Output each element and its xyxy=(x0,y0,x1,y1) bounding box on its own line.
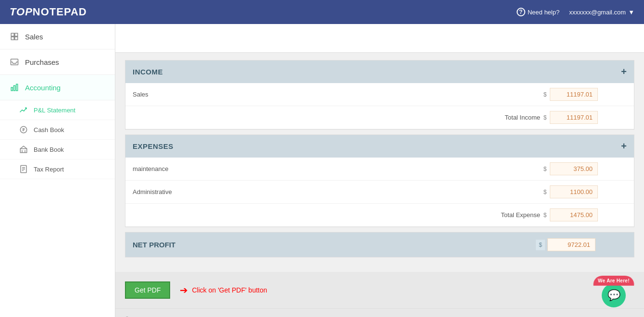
expenses-maintenance-label: maintenance xyxy=(133,165,540,172)
expenses-admin-label: Administrative xyxy=(133,188,540,195)
svg-rect-5 xyxy=(11,87,12,91)
expenses-admin-value: 1100.00 xyxy=(550,185,598,198)
sidebar-item-bank-book[interactable]: Bank Book xyxy=(0,140,115,159)
sidebar-label-bank-book: Bank Book xyxy=(34,146,64,153)
user-email: xxxxxxx@gmail.com xyxy=(569,9,626,16)
sidebar-label-cash-book: Cash Book xyxy=(34,126,64,134)
total-income-row: Total Income $ 11197.01 xyxy=(125,106,634,129)
sidebar-label-purchases: Purchases xyxy=(25,58,59,66)
chart-bar-icon xyxy=(10,83,19,92)
get-pdf-button[interactable]: Get PDF xyxy=(125,281,170,299)
chat-circle-button[interactable]: 💬 xyxy=(602,283,626,307)
help-icon: ? xyxy=(517,8,525,16)
chevron-down-icon: ▼ xyxy=(628,9,634,16)
income-header: INCOME + xyxy=(125,61,634,83)
income-sales-currency: $ xyxy=(540,91,550,98)
sidebar-item-tax-report[interactable]: Tax Report xyxy=(0,159,115,179)
expenses-card: EXPENSES + maintenance $ 375.00 Administ… xyxy=(125,134,634,227)
expenses-header: EXPENSES + xyxy=(125,135,634,158)
header-right: ? Need help? xxxxxxx@gmail.com ▼ xyxy=(517,8,634,16)
svg-rect-0 xyxy=(11,33,14,36)
need-help-label: Need help? xyxy=(528,9,560,16)
sidebar: Sales Purchases Accounting xyxy=(0,24,115,317)
income-sales-row: Sales $ 11197.01 xyxy=(125,83,634,106)
svg-rect-9 xyxy=(20,149,27,153)
expenses-add-button[interactable]: + xyxy=(621,141,627,152)
expenses-maintenance-row: maintenance $ 375.00 xyxy=(125,158,634,181)
income-sales-value: 11197.01 xyxy=(550,88,598,101)
chat-bubble[interactable]: We Are Here! 💬 xyxy=(593,276,634,307)
layout: Sales Purchases Accounting xyxy=(0,24,644,317)
chat-message-icon: 💬 xyxy=(607,289,620,302)
top-bar xyxy=(115,24,644,53)
net-profit-currency: $ xyxy=(536,240,545,250)
header: TopNotepad ? Need help? xxxxxxx@gmail.co… xyxy=(0,0,644,24)
sidebar-item-purchases[interactable]: Purchases xyxy=(0,49,115,75)
expenses-admin-row: Administrative $ 1100.00 xyxy=(125,181,634,204)
total-expense-value: 1475.00 xyxy=(550,208,598,221)
pdf-hint: ➔ Click on 'Get PDF' button xyxy=(180,284,267,296)
total-expense-row: Total Expense $ 1475.00 xyxy=(125,204,634,227)
svg-rect-7 xyxy=(16,84,18,91)
expenses-admin-currency: $ xyxy=(540,189,550,195)
net-profit-value-area: $ 9722.01 xyxy=(536,238,627,251)
income-card: INCOME + Sales $ 11197.01 Total Income $… xyxy=(125,60,634,130)
sidebar-label-pl-statement: P&L Statement xyxy=(34,107,75,114)
sidebar-item-accounting[interactable]: Accounting xyxy=(0,75,115,100)
trend-icon xyxy=(19,106,28,114)
svg-rect-1 xyxy=(15,33,18,36)
sidebar-item-sales[interactable]: Sales xyxy=(0,24,115,49)
net-profit-card: NET PROFIT $ 9722.01 xyxy=(125,232,634,257)
sidebar-label-tax-report: Tax Report xyxy=(34,166,64,173)
total-income-value: 11197.01 xyxy=(550,111,598,124)
inbox-icon xyxy=(10,57,19,67)
arrow-right-icon: ➔ xyxy=(180,284,188,296)
svg-rect-3 xyxy=(15,37,18,40)
net-profit-value: 9722.01 xyxy=(547,238,595,251)
expenses-maintenance-currency: $ xyxy=(540,166,550,172)
income-sales-label: Sales xyxy=(133,91,540,98)
total-expense-currency: $ xyxy=(540,212,550,219)
layers-icon xyxy=(10,32,19,41)
need-help-button[interactable]: ? Need help? xyxy=(517,8,560,16)
svg-rect-2 xyxy=(11,37,14,40)
sidebar-label-accounting: Accounting xyxy=(25,84,61,92)
footer: © TopNotepad.com xyxy=(115,308,644,317)
total-expense-label: Total Expense xyxy=(133,211,540,219)
income-title: INCOME xyxy=(133,68,163,76)
total-income-label: Total Income xyxy=(133,114,540,121)
expenses-maintenance-value: 375.00 xyxy=(550,162,598,175)
bottom-bar: Get PDF ➔ Click on 'Get PDF' button xyxy=(115,272,644,308)
coin-icon xyxy=(19,125,28,134)
hint-text: Click on 'Get PDF' button xyxy=(192,286,267,294)
report-icon xyxy=(19,165,28,173)
sidebar-item-pl-statement[interactable]: P&L Statement xyxy=(0,100,115,120)
main-content: INCOME + Sales $ 11197.01 Total Income $… xyxy=(115,24,644,317)
content: INCOME + Sales $ 11197.01 Total Income $… xyxy=(115,53,644,269)
total-income-currency: $ xyxy=(540,114,550,121)
svg-rect-6 xyxy=(14,85,15,91)
income-add-button[interactable]: + xyxy=(621,66,627,77)
net-profit-header: NET PROFIT $ 9722.01 xyxy=(125,232,634,257)
we-are-here-badge: We Are Here! xyxy=(593,276,634,286)
expenses-title: EXPENSES xyxy=(133,142,173,150)
net-profit-title: NET PROFIT xyxy=(133,241,175,249)
user-dropdown[interactable]: xxxxxxx@gmail.com ▼ xyxy=(569,9,634,16)
sidebar-label-sales: Sales xyxy=(25,33,43,41)
sidebar-item-cash-book[interactable]: Cash Book xyxy=(0,120,115,140)
logo: TopNotepad xyxy=(10,6,87,18)
bank-icon xyxy=(19,145,28,154)
